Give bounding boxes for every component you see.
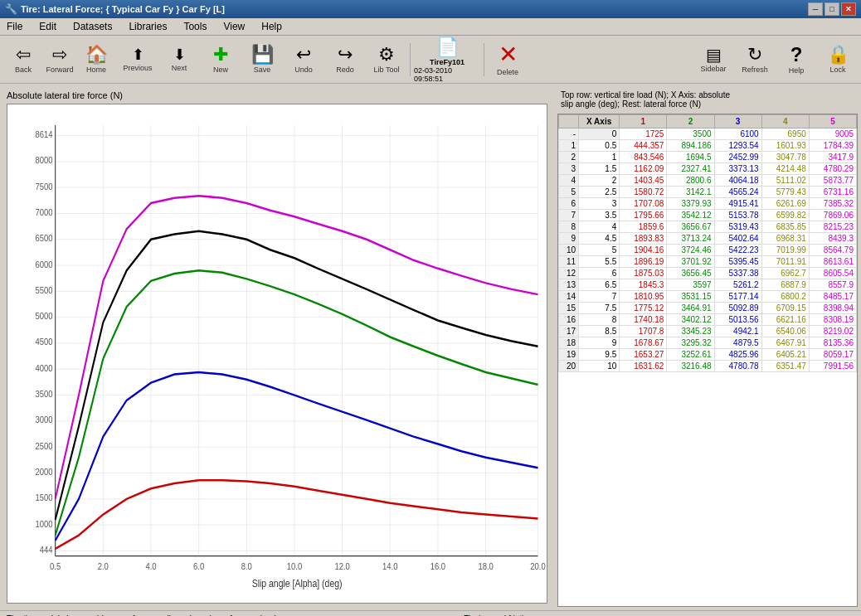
table-cell: 3379.93 [667, 198, 714, 210]
menu-help[interactable]: Help [258, 20, 285, 33]
redo-button[interactable]: ↪ Redo [325, 38, 365, 81]
menu-datasets[interactable]: Datasets [70, 20, 115, 33]
table-cell: 1293.54 [714, 140, 761, 152]
right-panel: Top row: vertical tire load (N); X Axis:… [554, 84, 861, 610]
table-cell: 1631.62 [620, 361, 667, 372]
table-cell: 5319.43 [714, 221, 761, 233]
table-cell: 3252.61 [667, 349, 714, 361]
table-cell: 4825.96 [714, 349, 761, 361]
svg-text:8614: 8614 [36, 129, 53, 139]
lock-icon: 🔒 [827, 46, 849, 64]
table-cell: 5153.78 [714, 210, 761, 221]
svg-text:8.0: 8.0 [241, 561, 252, 571]
refresh-button[interactable]: ↻ Refresh [735, 38, 775, 81]
table-cell: 444.357 [620, 140, 667, 152]
help-button[interactable]: ? Help [776, 38, 816, 81]
svg-text:4000: 4000 [36, 363, 53, 373]
new-button[interactable]: ✚ New [201, 38, 241, 81]
minimize-button[interactable]: ─ [808, 2, 823, 16]
svg-text:6500: 6500 [36, 234, 53, 244]
table-cell: 894.186 [667, 140, 714, 152]
svg-text:0.5: 0.5 [50, 561, 61, 571]
table-cell: 12 [559, 268, 579, 279]
title-bar: 🔧 Tire: Lateral Force; { Typical Car Fy … [0, 0, 861, 18]
subheader-dash: - [559, 129, 579, 140]
table-cell: 0.5 [579, 140, 620, 152]
sidebar-button[interactable]: ▤ Sidebar [693, 38, 733, 81]
previous-button[interactable]: ⬆ Previous [118, 38, 158, 81]
table-cell: 4.5 [579, 233, 620, 245]
menu-edit[interactable]: Edit [36, 20, 60, 33]
menu-tools[interactable]: Tools [180, 20, 210, 33]
table-cell: 8613.61 [809, 256, 856, 268]
new-label: New [213, 65, 228, 74]
table-cell: 7869.06 [809, 210, 856, 221]
tirefy-name: TireFy101 [430, 58, 465, 66]
table-cell: 6261.69 [761, 198, 809, 210]
table-cell: 8485.17 [809, 291, 856, 303]
table-cell: 843.546 [620, 152, 667, 163]
table-cell: 15 [559, 303, 579, 314]
tirefy-date: 02-03-2010 09:58:51 [414, 66, 480, 83]
forward-icon: ⇨ [52, 46, 67, 64]
chart-area: 8614 8000 7500 7000 6500 6000 5500 5000 … [7, 104, 547, 604]
table-cell: 9 [559, 233, 579, 245]
menu-file[interactable]: File [3, 20, 26, 33]
table-cell: 1845.3 [620, 279, 667, 291]
redo-icon: ↪ [338, 46, 353, 64]
next-label: Next [172, 64, 187, 72]
svg-text:7500: 7500 [36, 182, 53, 192]
table-cell: 8059.17 [809, 349, 856, 361]
save-label: Save [254, 65, 271, 74]
table-row: 1051904.163724.465422.237019.998564.79 [559, 245, 857, 256]
sidebar-icon: ▤ [706, 46, 722, 63]
close-button[interactable]: ✕ [841, 2, 856, 16]
scrollable-table[interactable]: X Axis 1 2 3 4 5 - 0 1725 [558, 114, 857, 606]
subheader-col2: 3500 [667, 129, 714, 140]
svg-text:16.0: 16.0 [430, 561, 446, 571]
table-cell: 5177.14 [714, 291, 761, 303]
svg-text:8000: 8000 [36, 156, 53, 166]
table-cell: 3713.24 [667, 233, 714, 245]
libtool-button[interactable]: ⚙ Lib Tool [367, 38, 406, 81]
table-cell: 5 [579, 245, 620, 256]
table-row: 178.51707.83345.234942.16540.068219.02 [559, 326, 857, 337]
home-button[interactable]: 🏠 Home [76, 38, 116, 81]
table-cell: 3531.15 [667, 291, 714, 303]
table-cell: 1893.83 [620, 233, 667, 245]
table-cell: 1707.08 [620, 198, 667, 210]
back-button[interactable]: ⇦ Back [3, 38, 43, 81]
maximize-button[interactable]: □ [825, 2, 839, 16]
table-cell: 6467.91 [761, 337, 809, 349]
svg-text:4.0: 4.0 [145, 561, 156, 571]
menu-libraries[interactable]: Libraries [125, 20, 170, 33]
table-cell: 3724.46 [667, 245, 714, 256]
undo-button[interactable]: ↩ Undo [284, 38, 323, 81]
table-cell: 1653.27 [620, 349, 667, 361]
table-cell: 6 [579, 268, 620, 279]
table-cell: 10 [579, 361, 620, 372]
next-button[interactable]: ⬇ Next [159, 38, 199, 81]
col-header-2: 2 [667, 115, 714, 129]
table-cell: 8 [559, 221, 579, 233]
delete-button[interactable]: ✕ Delete [488, 38, 528, 81]
toolbar-right: ▤ Sidebar ↻ Refresh ? Help 🔒 Lock [693, 38, 858, 81]
table-cell: 7011.91 [761, 256, 809, 268]
table-row: 20101631.623216.484780.786351.477991.56 [559, 361, 857, 372]
forward-button[interactable]: ⇨ Forward [45, 38, 75, 81]
lock-button[interactable]: 🔒 Lock [818, 38, 858, 81]
table-cell: 9 [579, 337, 620, 349]
svg-text:3500: 3500 [36, 389, 53, 399]
svg-text:5500: 5500 [36, 285, 53, 295]
table-cell: 8.5 [579, 326, 620, 337]
table-cell: 8 [579, 314, 620, 326]
table-cell: 4565.24 [714, 187, 761, 198]
undo-icon: ↩ [296, 46, 311, 64]
menu-view[interactable]: View [220, 20, 248, 33]
data-table: X Axis 1 2 3 4 5 - 0 1725 [558, 114, 857, 372]
help-label: Help [789, 66, 805, 75]
svg-text:1000: 1000 [36, 519, 53, 529]
delete-label: Delete [497, 68, 518, 76]
table-cell: 4780.29 [809, 163, 856, 175]
save-button[interactable]: 💾 Save [242, 38, 282, 81]
